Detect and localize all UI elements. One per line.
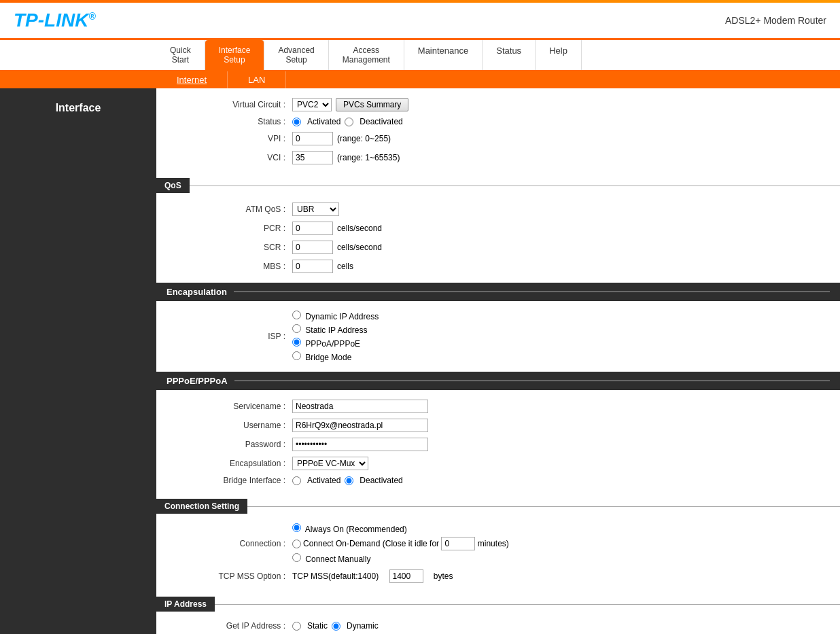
servicename-input[interactable] <box>292 400 428 413</box>
password-input[interactable] <box>292 438 428 451</box>
virtual-circuit-select[interactable]: PVC2 <box>292 98 332 111</box>
connection-on-demand-option[interactable]: Connect On-Demand (Close it idle for min… <box>292 537 509 550</box>
pppoe-section-header: PPPoE/PPPoA <box>156 372 840 390</box>
get-ip-dynamic-label: Dynamic <box>347 621 379 631</box>
scr-value: cells/second <box>292 241 382 254</box>
bridge-interface-row: Bridge Interface : Activated Deactivated <box>156 473 826 488</box>
get-ip-row: Get IP Address : Static Dynamic <box>156 618 826 633</box>
tcp-mss-label: TCP MSS Option : <box>156 571 292 581</box>
isp-row: ISP : Dynamic IP Address Static IP Addre… <box>156 308 826 365</box>
connection-manually-option[interactable]: Connect Manually <box>292 553 370 564</box>
isp-bridge-mode-option[interactable]: Bridge Mode <box>292 351 351 362</box>
connection-manually-label: Connect Manually <box>305 554 370 564</box>
isp-static-ip-option[interactable]: Static IP Address <box>292 324 368 335</box>
vci-label: VCI : <box>156 153 292 162</box>
status-value: Activated Deactivated <box>292 117 403 126</box>
isp-bridge-mode-label: Bridge Mode <box>305 353 351 362</box>
connection-manually-radio[interactable] <box>292 553 301 562</box>
connection-minutes-label: minutes) <box>478 539 509 548</box>
pppoe-label: PPPoE/PPPoA <box>167 376 228 386</box>
ip-address-label: IP Address <box>156 597 215 612</box>
status-activated-radio[interactable] <box>292 118 301 126</box>
vpi-input[interactable]: 0 <box>292 132 333 145</box>
pcr-input[interactable] <box>292 222 333 235</box>
username-input[interactable] <box>292 419 428 432</box>
subnav-internet[interactable]: Internet <box>156 71 228 88</box>
pvc-section: Virtual Circuit : PVC2 PVCs Summary Stat… <box>156 88 840 174</box>
get-ip-dynamic-radio[interactable] <box>332 622 340 631</box>
servicename-row: Servicename : <box>156 397 826 416</box>
vpi-range-note: (range: 0~255) <box>337 134 391 143</box>
nav-quick-start[interactable]: Quick Start <box>156 40 205 70</box>
subnav-lan[interactable]: LAN <box>228 71 286 88</box>
username-value <box>292 419 428 432</box>
pcr-value: cells/second <box>292 222 382 235</box>
bridge-interface-deactivated-radio[interactable] <box>345 476 353 485</box>
ip-address-form: Get IP Address : Static Dynamic Static I… <box>156 612 840 634</box>
mbs-input[interactable] <box>292 260 333 273</box>
tcp-mss-input[interactable] <box>389 569 423 583</box>
vci-input[interactable] <box>292 151 333 164</box>
router-model: ADSL2+ Modem Router <box>725 15 826 26</box>
connection-setting-label: Connection Setting <box>156 499 247 514</box>
isp-pppoa-pppoe-radio[interactable] <box>292 338 301 347</box>
vci-row: VCI : (range: 1~65535) <box>156 148 826 167</box>
isp-dynamic-ip-option[interactable]: Dynamic IP Address <box>292 311 379 321</box>
bridge-interface-activated-radio[interactable] <box>292 476 301 485</box>
mbs-value: cells <box>292 260 353 273</box>
connection-always-on-option[interactable]: Always On (Recommended) <box>292 523 407 534</box>
connection-always-on-radio[interactable] <box>292 523 301 532</box>
nav-advanced-setup[interactable]: Advanced Setup <box>264 40 328 70</box>
sidebar: Interface <box>0 88 156 634</box>
virtual-circuit-row: Virtual Circuit : PVC2 PVCs Summary <box>156 95 826 114</box>
encapsulation-field-value: PPPoE VC-Mux PPPoE LLC PPPoA VC-Mux PPPo… <box>292 457 368 470</box>
get-ip-static-radio[interactable] <box>292 622 301 631</box>
bridge-interface-value: Activated Deactivated <box>292 476 403 485</box>
isp-pppoa-pppoe-option[interactable]: PPPoA/PPPoE <box>292 338 360 349</box>
servicename-label: Servicename : <box>156 402 292 411</box>
nav-access-management[interactable]: Access Management <box>329 40 404 70</box>
qos-label: QoS <box>156 178 190 193</box>
pvcs-summary-button[interactable]: PVCs Summary <box>336 98 408 111</box>
tcp-mss-prefix: TCP MSS(default:1400) <box>292 571 379 581</box>
encapsulation-field-label: Encapsulation : <box>156 459 292 468</box>
pcr-row: PCR : cells/second <box>156 219 826 238</box>
nav-interface-setup[interactable]: Interface Setup <box>205 40 265 70</box>
sidebar-title: Interface <box>0 88 156 128</box>
password-value <box>292 438 428 451</box>
get-ip-label: Get IP Address : <box>156 621 292 631</box>
status-deactivated-label: Deactivated <box>360 117 402 126</box>
mbs-unit: cells <box>337 262 353 271</box>
get-ip-value: Static Dynamic <box>292 621 379 631</box>
bridge-interface-activated-label: Activated <box>307 476 340 485</box>
isp-bridge-mode-radio[interactable] <box>292 351 301 360</box>
connection-setting-header: Connection Setting <box>156 499 840 514</box>
virtual-circuit-label: Virtual Circuit : <box>156 100 292 109</box>
ip-address-section-header: IP Address <box>156 597 840 612</box>
main-content: Virtual Circuit : PVC2 PVCs Summary Stat… <box>156 88 840 634</box>
status-deactivated-radio[interactable] <box>345 118 353 126</box>
header: TP-LINK® ADSL2+ Modem Router <box>0 3 840 40</box>
vpi-row: VPI : 0 (range: 0~255) <box>156 129 826 148</box>
connection-label: Connection : <box>156 539 292 548</box>
virtual-circuit-value: PVC2 PVCs Summary <box>292 98 408 111</box>
nav-maintenance[interactable]: Maintenance <box>404 40 483 70</box>
get-ip-static-label: Static <box>307 621 328 631</box>
atm-qos-select[interactable]: UBRCBRrt-VBRnrt-VBR <box>292 202 339 216</box>
pppoe-form: Servicename : Username : Password : <box>156 390 840 495</box>
sub-nav: Internet LAN <box>0 71 840 88</box>
isp-dynamic-ip-radio[interactable] <box>292 311 301 319</box>
connection-idle-minutes-input[interactable] <box>441 537 475 550</box>
nav-status[interactable]: Status <box>483 40 536 70</box>
encapsulation-section-header: Encapsulation <box>156 283 840 301</box>
scr-input[interactable] <box>292 241 333 254</box>
vpi-value: 0 (range: 0~255) <box>292 132 391 145</box>
nav-help[interactable]: Help <box>536 40 582 70</box>
pcr-unit: cells/second <box>337 224 382 233</box>
connection-on-demand-radio[interactable] <box>292 540 301 548</box>
isp-static-ip-radio[interactable] <box>292 324 301 333</box>
isp-static-ip-label: Static IP Address <box>305 325 367 335</box>
encapsulation-field-select[interactable]: PPPoE VC-Mux PPPoE LLC PPPoA VC-Mux PPPo… <box>292 457 368 470</box>
atm-qos-label: ATM QoS : <box>156 205 292 214</box>
username-row: Username : <box>156 416 826 435</box>
